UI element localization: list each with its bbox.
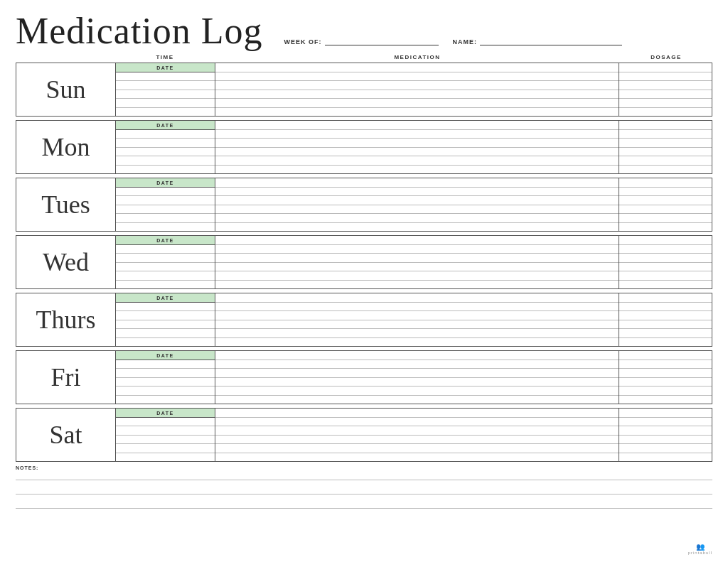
time-line — [116, 369, 215, 377]
dosage-line — [619, 139, 712, 148]
day-block-thurs: ThursDATE — [16, 293, 712, 347]
date-header-tues: DATE — [116, 178, 215, 188]
dosage-line — [619, 188, 712, 197]
dosage-line — [619, 369, 712, 378]
med-line — [215, 396, 619, 404]
date-header-sun: DATE — [116, 63, 215, 72]
time-line — [116, 196, 215, 205]
dosage-line — [619, 293, 712, 303]
time-line — [116, 72, 215, 81]
name-line — [480, 36, 622, 45]
day-block-mon: MonDATE — [16, 120, 712, 174]
day-name-sat: Sat — [16, 409, 116, 461]
dosage-line — [619, 214, 712, 223]
time-line — [116, 453, 215, 461]
time-line — [116, 139, 215, 147]
time-line — [116, 108, 215, 116]
notes-line-3 — [16, 500, 712, 509]
time-line — [116, 148, 215, 156]
week-of-label: WEEK OF: — [284, 38, 322, 45]
med-line — [215, 108, 619, 117]
time-line — [116, 360, 215, 369]
med-line — [215, 178, 619, 188]
day-block-wed: WedDATE — [16, 235, 712, 289]
dosage-line — [619, 418, 712, 427]
med-line — [215, 263, 619, 272]
med-line — [215, 351, 619, 360]
time-line — [116, 81, 215, 90]
dosage-line — [619, 156, 712, 166]
med-line — [215, 214, 619, 223]
med-line — [215, 90, 619, 99]
time-line — [116, 444, 215, 453]
dosage-line — [619, 351, 712, 360]
med-col-sun — [215, 63, 619, 116]
date-header-mon: DATE — [116, 121, 215, 130]
dosage-col-fri — [619, 351, 712, 404]
dosage-line — [619, 329, 712, 338]
dosage-line — [619, 444, 712, 453]
dosage-line — [619, 254, 712, 263]
time-line — [116, 214, 215, 222]
dosage-line — [619, 148, 712, 157]
col-header-dosage: DOSAGE — [620, 54, 712, 60]
dosage-line — [619, 271, 712, 281]
time-line — [116, 130, 215, 139]
med-line — [215, 188, 619, 197]
notes-line-2 — [16, 486, 712, 495]
time-line — [116, 436, 215, 444]
med-line — [215, 329, 619, 338]
time-col-thurs: DATE — [116, 293, 215, 346]
dosage-line — [619, 236, 712, 245]
time-line — [116, 90, 215, 99]
med-line — [215, 369, 619, 378]
week-of-field: WEEK OF: — [284, 36, 439, 45]
med-line — [215, 360, 619, 369]
dosage-line — [619, 387, 712, 396]
date-header-fri: DATE — [116, 351, 215, 360]
time-line — [116, 166, 215, 173]
med-line — [215, 130, 619, 139]
dosage-line — [619, 121, 712, 130]
dosage-line — [619, 436, 712, 445]
dosage-line — [619, 396, 712, 404]
time-col-sun: DATE — [116, 63, 215, 116]
day-name-fri: Fri — [16, 351, 116, 404]
footer-logo: 👥 printabull — [688, 543, 712, 555]
footer-brand: printabull — [688, 551, 712, 555]
dosage-line — [619, 108, 712, 117]
med-line — [215, 63, 619, 72]
dosage-line — [619, 311, 712, 320]
med-line — [215, 311, 619, 320]
header: Medication Log WEEK OF: NAME: — [16, 13, 712, 50]
day-name-wed: Wed — [16, 236, 116, 288]
dosage-line — [619, 263, 712, 272]
med-line — [215, 72, 619, 82]
time-line — [116, 418, 215, 426]
day-blocks: SunDATEMonDATETuesDATEWedDATEThursDATEFr… — [16, 63, 712, 462]
med-line — [215, 223, 619, 232]
med-line — [215, 436, 619, 445]
time-col-tues: DATE — [116, 178, 215, 231]
time-line — [116, 205, 215, 214]
day-block-fri: FriDATE — [16, 350, 712, 404]
dosage-line — [619, 426, 712, 436]
time-line — [116, 338, 215, 346]
med-line — [215, 166, 619, 174]
date-header-thurs: DATE — [116, 293, 215, 303]
time-line — [116, 426, 215, 435]
med-line — [215, 320, 619, 330]
med-line — [215, 139, 619, 148]
dosage-line — [619, 72, 712, 82]
med-col-wed — [215, 236, 619, 288]
med-line — [215, 444, 619, 453]
day-name-mon: Mon — [16, 121, 116, 173]
time-line — [116, 378, 215, 387]
dosage-line — [619, 223, 712, 232]
time-line — [116, 303, 215, 311]
med-line — [215, 196, 619, 205]
med-line — [215, 293, 619, 303]
notes-label: NOTES: — [16, 465, 712, 470]
day-block-sun: SunDATE — [16, 63, 712, 117]
day-name-tues: Tues — [16, 178, 116, 231]
